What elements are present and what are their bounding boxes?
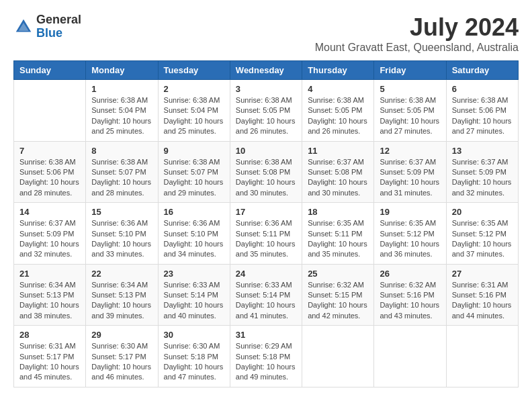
day-number: 9 [164,146,224,156]
calendar-cell: 29Sunrise: 6:30 AM Sunset: 5:17 PM Dayli… [86,326,158,387]
day-info: Sunrise: 6:36 AM Sunset: 5:11 PM Dayligh… [236,218,296,260]
calendar-cell: 15Sunrise: 6:36 AM Sunset: 5:10 PM Dayli… [86,203,158,265]
logo-text-general: General [36,13,81,26]
calendar-cell: 16Sunrise: 6:36 AM Sunset: 5:10 PM Dayli… [158,203,230,265]
calendar-cell: 14Sunrise: 6:37 AM Sunset: 5:09 PM Dayli… [14,203,86,265]
day-info: Sunrise: 6:38 AM Sunset: 5:06 PM Dayligh… [19,157,80,199]
day-number: 31 [236,330,296,340]
day-info: Sunrise: 6:38 AM Sunset: 5:07 PM Dayligh… [164,157,224,199]
day-number: 8 [91,146,152,156]
day-info: Sunrise: 6:33 AM Sunset: 5:14 PM Dayligh… [164,280,224,322]
day-info: Sunrise: 6:37 AM Sunset: 5:08 PM Dayligh… [308,157,368,199]
day-number: 24 [236,269,296,279]
day-number: 3 [236,84,296,94]
day-number: 23 [164,269,224,279]
calendar-cell: 25Sunrise: 6:32 AM Sunset: 5:15 PM Dayli… [302,264,374,326]
day-number: 22 [91,269,152,279]
week-row-1: 1Sunrise: 6:38 AM Sunset: 5:04 PM Daylig… [14,80,519,142]
day-number: 28 [19,330,80,340]
week-row-3: 14Sunrise: 6:37 AM Sunset: 5:09 PM Dayli… [14,203,519,265]
calendar-cell: 23Sunrise: 6:33 AM Sunset: 5:14 PM Dayli… [158,264,230,326]
calendar-cell: 5Sunrise: 6:38 AM Sunset: 5:05 PM Daylig… [374,80,446,142]
day-number: 18 [308,207,368,217]
day-number: 14 [19,207,80,217]
day-info: Sunrise: 6:35 AM Sunset: 5:12 PM Dayligh… [452,218,513,260]
weekday-header-wednesday: Wednesday [230,61,302,80]
calendar-cell: 30Sunrise: 6:30 AM Sunset: 5:18 PM Dayli… [158,326,230,387]
calendar-cell: 9Sunrise: 6:38 AM Sunset: 5:07 PM Daylig… [158,141,230,203]
weekday-header-sunday: Sunday [14,61,86,80]
day-info: Sunrise: 6:38 AM Sunset: 5:08 PM Dayligh… [236,157,296,199]
day-info: Sunrise: 6:38 AM Sunset: 5:04 PM Dayligh… [91,95,152,137]
day-info: Sunrise: 6:31 AM Sunset: 5:17 PM Dayligh… [19,341,80,383]
weekday-header-tuesday: Tuesday [158,61,230,80]
day-info: Sunrise: 6:38 AM Sunset: 5:05 PM Dayligh… [308,95,368,137]
calendar-cell: 27Sunrise: 6:31 AM Sunset: 5:16 PM Dayli… [446,264,518,326]
day-info: Sunrise: 6:30 AM Sunset: 5:17 PM Dayligh… [91,341,152,383]
day-number: 26 [380,269,440,279]
weekday-header-saturday: Saturday [446,61,518,80]
logo-icon [13,17,34,37]
day-number: 13 [452,146,513,156]
day-number: 11 [308,146,368,156]
calendar-cell: 20Sunrise: 6:35 AM Sunset: 5:12 PM Dayli… [446,203,518,265]
day-number: 12 [380,146,440,156]
calendar-cell: 10Sunrise: 6:38 AM Sunset: 5:08 PM Dayli… [230,141,302,203]
day-number: 29 [91,330,152,340]
calendar-cell: 31Sunrise: 6:29 AM Sunset: 5:18 PM Dayli… [230,326,302,387]
day-number: 10 [236,146,296,156]
week-row-2: 7Sunrise: 6:38 AM Sunset: 5:06 PM Daylig… [14,141,519,203]
calendar-cell: 17Sunrise: 6:36 AM Sunset: 5:11 PM Dayli… [230,203,302,265]
day-number: 27 [452,269,513,279]
weekday-header-row: SundayMondayTuesdayWednesdayThursdayFrid… [14,61,519,80]
day-info: Sunrise: 6:29 AM Sunset: 5:18 PM Dayligh… [236,341,296,383]
day-number: 2 [164,84,224,94]
day-number: 17 [236,207,296,217]
week-row-4: 21Sunrise: 6:34 AM Sunset: 5:13 PM Dayli… [14,264,519,326]
day-info: Sunrise: 6:35 AM Sunset: 5:12 PM Dayligh… [380,218,440,260]
day-number: 30 [164,330,224,340]
calendar-cell: 1Sunrise: 6:38 AM Sunset: 5:04 PM Daylig… [86,80,158,142]
page-header: General Blue July 2024 Mount Gravatt Eas… [13,13,519,54]
calendar-cell: 21Sunrise: 6:34 AM Sunset: 5:13 PM Dayli… [14,264,86,326]
day-number: 6 [452,84,513,94]
day-info: Sunrise: 6:31 AM Sunset: 5:16 PM Dayligh… [452,280,513,322]
day-number: 20 [452,207,513,217]
day-info: Sunrise: 6:37 AM Sunset: 5:09 PM Dayligh… [452,157,513,199]
day-info: Sunrise: 6:32 AM Sunset: 5:15 PM Dayligh… [308,280,368,322]
day-info: Sunrise: 6:36 AM Sunset: 5:10 PM Dayligh… [164,218,224,260]
calendar-cell: 3Sunrise: 6:38 AM Sunset: 5:05 PM Daylig… [230,80,302,142]
day-number: 16 [164,207,224,217]
calendar-cell: 4Sunrise: 6:38 AM Sunset: 5:05 PM Daylig… [302,80,374,142]
calendar-cell: 19Sunrise: 6:35 AM Sunset: 5:12 PM Dayli… [374,203,446,265]
day-number: 19 [380,207,440,217]
calendar-cell: 11Sunrise: 6:37 AM Sunset: 5:08 PM Dayli… [302,141,374,203]
logo-text-blue: Blue [36,26,62,40]
day-info: Sunrise: 6:30 AM Sunset: 5:18 PM Dayligh… [164,341,224,383]
calendar-table: SundayMondayTuesdayWednesdayThursdayFrid… [13,60,519,387]
day-number: 15 [91,207,152,217]
week-row-5: 28Sunrise: 6:31 AM Sunset: 5:17 PM Dayli… [14,326,519,387]
day-info: Sunrise: 6:36 AM Sunset: 5:10 PM Dayligh… [91,218,152,260]
day-number: 7 [19,146,80,156]
day-number: 5 [380,84,440,94]
day-info: Sunrise: 6:34 AM Sunset: 5:13 PM Dayligh… [19,280,80,322]
calendar-cell: 6Sunrise: 6:38 AM Sunset: 5:06 PM Daylig… [446,80,518,142]
day-number: 21 [19,269,80,279]
calendar-cell: 7Sunrise: 6:38 AM Sunset: 5:06 PM Daylig… [14,141,86,203]
calendar-cell: 18Sunrise: 6:35 AM Sunset: 5:11 PM Dayli… [302,203,374,265]
weekday-header-thursday: Thursday [302,61,374,80]
title-area: July 2024 Mount Gravatt East, Queensland… [315,13,519,54]
day-info: Sunrise: 6:38 AM Sunset: 5:04 PM Dayligh… [164,95,224,137]
day-info: Sunrise: 6:38 AM Sunset: 5:06 PM Dayligh… [452,95,513,137]
calendar-cell: 2Sunrise: 6:38 AM Sunset: 5:04 PM Daylig… [158,80,230,142]
calendar-cell: 26Sunrise: 6:32 AM Sunset: 5:16 PM Dayli… [374,264,446,326]
calendar-cell: 22Sunrise: 6:34 AM Sunset: 5:13 PM Dayli… [86,264,158,326]
day-info: Sunrise: 6:38 AM Sunset: 5:07 PM Dayligh… [91,157,152,199]
calendar-cell: 12Sunrise: 6:37 AM Sunset: 5:09 PM Dayli… [374,141,446,203]
day-info: Sunrise: 6:37 AM Sunset: 5:09 PM Dayligh… [380,157,440,199]
calendar-title: July 2024 [315,13,519,42]
calendar-cell: 8Sunrise: 6:38 AM Sunset: 5:07 PM Daylig… [86,141,158,203]
day-info: Sunrise: 6:34 AM Sunset: 5:13 PM Dayligh… [91,280,152,322]
calendar-cell: 13Sunrise: 6:37 AM Sunset: 5:09 PM Dayli… [446,141,518,203]
